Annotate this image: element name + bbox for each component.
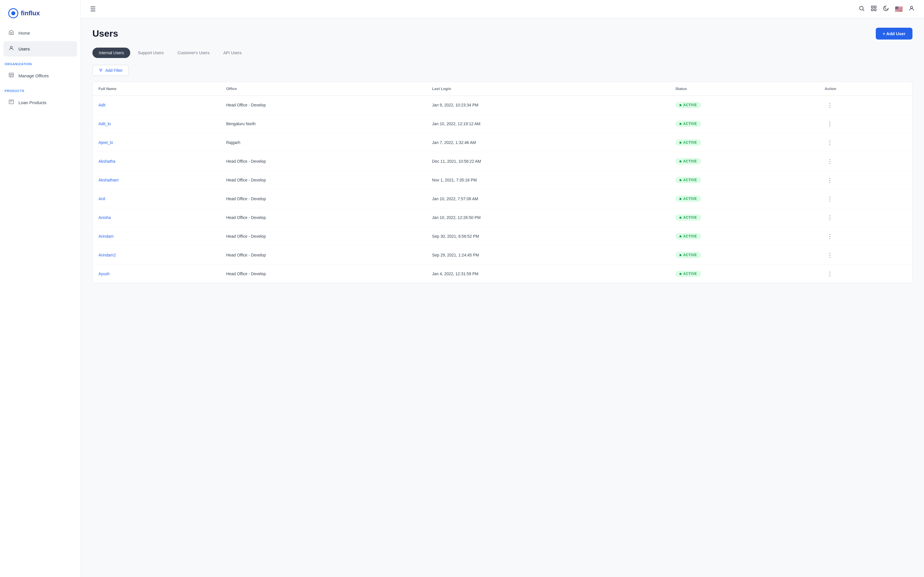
user-status: ACTIVE <box>670 208 819 227</box>
user-name-link[interactable]: Adit <box>99 103 105 107</box>
svg-point-2 <box>10 46 13 48</box>
svg-point-10 <box>910 6 913 8</box>
tab-api-users[interactable]: API Users <box>217 48 248 58</box>
status-dot <box>679 123 682 125</box>
user-action: ⋮ <box>819 227 912 246</box>
user-action: ⋮ <box>819 171 912 190</box>
action-menu-button[interactable]: ⋮ <box>825 119 835 128</box>
action-menu-button[interactable]: ⋮ <box>825 157 835 166</box>
sidebar-item-users[interactable]: Users <box>3 41 77 56</box>
page-content: Users + Add User Internal Users Support … <box>81 18 924 577</box>
user-status: ACTIVE <box>670 227 819 246</box>
status-badge: ACTIVE <box>675 214 701 221</box>
home-label: Home <box>18 31 30 35</box>
user-action: ⋮ <box>819 208 912 227</box>
user-status: ACTIVE <box>670 264 819 283</box>
users-tabs: Internal Users Support Users Customer's … <box>92 48 913 58</box>
user-action: ⋮ <box>819 246 912 264</box>
manage-offices-label: Manage Offices <box>18 73 49 78</box>
user-status: ACTIVE <box>670 246 819 264</box>
user-last-login: Sep 29, 2021, 1:24:45 PM <box>426 246 670 264</box>
user-name-link[interactable]: Ayush <box>99 271 110 276</box>
user-last-login: Dec 11, 2021, 10:56:22 AM <box>426 152 670 171</box>
tab-support-users[interactable]: Support Users <box>131 48 170 58</box>
user-status: ACTIVE <box>670 152 819 171</box>
action-menu-button[interactable]: ⋮ <box>825 232 835 241</box>
page-title: Users <box>92 28 118 39</box>
status-badge: ACTIVE <box>675 121 701 127</box>
user-action: ⋮ <box>819 114 912 133</box>
user-name-link[interactable]: Arindam <box>99 234 113 239</box>
sidebar-item-home[interactable]: Home <box>3 26 77 41</box>
add-user-button[interactable]: + Add User <box>876 28 913 40</box>
user-office: Head Office - Develop <box>220 208 426 227</box>
action-menu-button[interactable]: ⋮ <box>825 176 835 185</box>
user-name-link[interactable]: Akshatha <box>99 159 115 164</box>
search-icon[interactable] <box>858 5 865 13</box>
user-office: Rajgarh <box>220 133 426 152</box>
table-row: Anil Head Office - Develop Jan 10, 2022,… <box>93 190 912 208</box>
status-dot <box>679 273 682 275</box>
action-menu-button[interactable]: ⋮ <box>825 250 835 259</box>
offices-icon <box>8 72 15 79</box>
organization-nav: Manage Offices <box>0 68 81 84</box>
user-office: Head Office - Develop <box>220 96 426 114</box>
user-office: Head Office - Develop <box>220 264 426 283</box>
action-menu-button[interactable]: ⋮ <box>825 194 835 203</box>
user-status: ACTIVE <box>670 114 819 133</box>
status-badge: ACTIVE <box>675 139 701 146</box>
status-badge: ACTIVE <box>675 271 701 277</box>
col-header-office: Office <box>220 82 426 96</box>
apps-grid-icon[interactable] <box>871 5 877 13</box>
table-row: Arindam2 Head Office - Develop Sep 29, 2… <box>93 246 912 264</box>
tab-customers-users[interactable]: Customer's Users <box>171 48 216 58</box>
table-row: Anisha Head Office - Develop Jan 10, 202… <box>93 208 912 227</box>
svg-point-5 <box>859 6 863 10</box>
status-dot <box>679 142 682 143</box>
tab-internal-users[interactable]: Internal Users <box>92 48 130 58</box>
user-last-login: Jan 10, 2022, 12:26:50 PM <box>426 208 670 227</box>
users-table: Full Name Office Last Login Status Actio… <box>93 82 912 283</box>
loan-products-icon <box>8 99 15 106</box>
users-table-container: Full Name Office Last Login Status Actio… <box>92 82 913 283</box>
dark-mode-icon[interactable] <box>883 5 889 13</box>
language-flag[interactable]: 🇺🇸 <box>895 5 903 13</box>
user-action: ⋮ <box>819 96 912 114</box>
products-nav: Loan Products <box>0 95 81 111</box>
user-name-link[interactable]: Akshatham <box>99 178 119 182</box>
user-office: Head Office - Develop <box>220 246 426 264</box>
menu-toggle-button[interactable]: ☰ <box>90 5 96 13</box>
filter-label: Add Filter <box>105 68 123 73</box>
status-badge: ACTIVE <box>675 196 701 202</box>
table-body: Adit Head Office - Develop Jan 9, 2022, … <box>93 96 912 283</box>
add-filter-button[interactable]: Add Filter <box>92 65 129 76</box>
user-name-link[interactable]: Anisha <box>99 215 111 220</box>
user-name-link[interactable]: Ajeet_lo <box>99 140 113 145</box>
user-profile-icon[interactable] <box>908 5 915 13</box>
action-menu-button[interactable]: ⋮ <box>825 269 835 279</box>
action-menu-button[interactable]: ⋮ <box>825 138 835 147</box>
table-row: Akshatham Head Office - Develop Nov 1, 2… <box>93 171 912 190</box>
user-office: Head Office - Develop <box>220 190 426 208</box>
action-menu-button[interactable]: ⋮ <box>825 213 835 222</box>
home-icon <box>8 29 15 37</box>
filter-bar: Add Filter <box>92 65 913 76</box>
svg-rect-8 <box>871 9 873 11</box>
user-status: ACTIVE <box>670 133 819 152</box>
sidebar-item-manage-offices[interactable]: Manage Offices <box>3 68 77 83</box>
user-last-login: Jan 4, 2022, 12:31:59 PM <box>426 264 670 283</box>
action-menu-button[interactable]: ⋮ <box>825 100 835 110</box>
sidebar: finflux Home Users ORGANIZATION Manage O… <box>0 0 81 577</box>
user-status: ACTIVE <box>670 96 819 114</box>
svg-rect-9 <box>874 9 876 11</box>
sidebar-item-loan-products[interactable]: Loan Products <box>3 95 77 110</box>
status-badge: ACTIVE <box>675 177 701 183</box>
logo-container: finflux <box>0 0 81 26</box>
user-name-link[interactable]: Adit_lo <box>99 121 111 126</box>
user-name-link[interactable]: Arindam2 <box>99 253 116 257</box>
user-action: ⋮ <box>819 264 912 283</box>
col-header-fullname: Full Name <box>93 82 220 96</box>
user-name-link[interactable]: Anil <box>99 197 105 201</box>
main-nav: Home Users <box>0 26 81 57</box>
user-action: ⋮ <box>819 133 912 152</box>
